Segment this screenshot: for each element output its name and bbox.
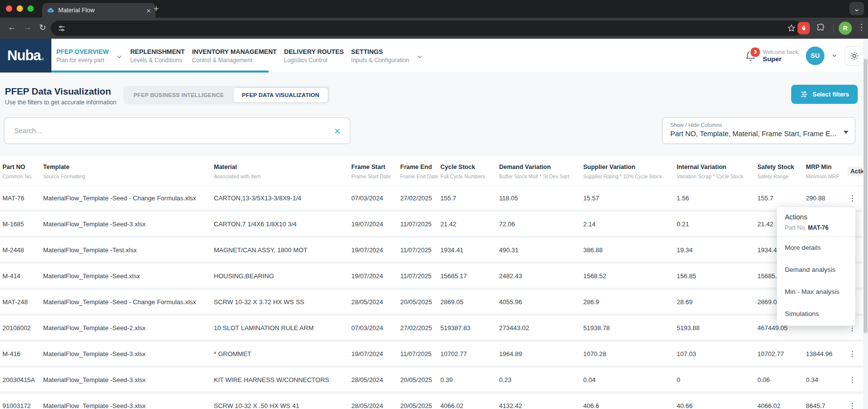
forward-icon[interactable]: → [23,23,32,32]
nav-item-label: PFEP OVERVIEW [56,48,109,55]
menu-item-min-max-analysis[interactable]: Min - Max analysis [777,281,855,303]
column-header-frame-start[interactable]: Frame StartFrame Start Date [351,164,400,180]
nav-item-pfep-overview[interactable]: PFEP OVERVIEWPlan for every part [56,48,109,64]
table-row: 20030415AMaterialFlow_Template -Seed-3.x… [0,368,868,394]
menu-item-simulations[interactable]: Simulations [777,303,855,325]
menu-item-more-details[interactable]: More details [777,237,855,259]
extensions-puzzle-icon[interactable] [816,23,825,32]
column-header-internal-variation[interactable]: Internal VariationVariation Scrap * Cycl… [677,164,757,180]
nav-item-sublabel: Control & Management [192,57,276,64]
nav-item-inventory-management[interactable]: INVENTORY MANAGEMENTControl & Management [192,48,276,64]
cell-part-no: MAT-76 [2,194,43,202]
active-nav-underline [51,71,269,72]
cell-template: MaterialFlow_Template -Seed-3.xlsx [43,350,214,358]
cell-frame-end: 20/05/2025 [400,376,440,384]
column-subtitle: Full Cycle Numbers [440,173,499,179]
window-controls[interactable] [6,5,34,12]
column-header-mrp-min[interactable]: MRP MinMinimum MRP [806,164,847,180]
window-zoom-button[interactable] [27,5,34,12]
tab-search-chevron-icon[interactable]: ⌄ [849,2,864,15]
cell-material: SCRW 10-32 X 3.72 HX WS SS [214,298,351,306]
column-header-material[interactable]: MaterialAssociated with Item [214,164,351,180]
scrollbar-thumb[interactable] [864,59,868,333]
nuba-logo[interactable]: Nuba [0,39,51,72]
view-tab-pfep-business-intelligence[interactable]: PFEP BUSINESS INTELLIGENCE [125,87,233,103]
cell-cycle-stock: 1934.41 [440,246,499,254]
new-tab-button[interactable]: + [154,4,159,14]
row-actions-button[interactable]: ⋮ [847,193,856,203]
row-actions-button[interactable]: ⋮ [847,375,856,385]
nav-item-replenishment[interactable]: REPLENISHMENTLevels & Conditions [130,48,184,64]
cell-safety-stock: 4066.02 [757,402,806,409]
column-subtitle: Common No. [2,173,43,179]
cell-frame-start: 28/05/2024 [351,402,400,409]
cell-supplier-variation: 1070.28 [583,350,677,358]
nav-item-delivery-routes[interactable]: DELIVERY ROUTESLogistics Control [284,48,344,64]
row-actions-button[interactable]: ⋮ [847,349,856,359]
column-header-template[interactable]: TemplateSource Formatting [43,164,214,180]
cell-internal-variation: 107.03 [677,350,757,358]
column-subtitle: Source Formatting [43,173,214,179]
cell-internal-variation: 40.66 [677,402,757,409]
browser-profile-avatar[interactable]: R [839,22,852,35]
cell-internal-variation: 19.34 [677,246,757,254]
theme-toggle-button[interactable] [845,46,864,66]
chevron-down-icon[interactable] [416,53,423,60]
cell-demand-variation: 1964.89 [499,350,583,358]
cell-safety-stock: 0.06 [757,376,806,384]
table-row: 91003172MaterialFlow_Template -Seed-3.xl… [0,394,868,409]
cell-part-no: 20030415A [2,376,43,384]
clear-search-icon[interactable] [334,127,341,135]
menu-item-demand-analysis[interactable]: Demand analysis [777,259,855,281]
cell-internal-variation: 28.69 [677,298,757,306]
adblock-extension-icon[interactable] [798,22,810,34]
window-minimize-button[interactable] [17,5,23,12]
column-header-cycle-stock[interactable]: Cycle StockFull Cycle Numbers [440,164,499,180]
column-header-supplier-variation[interactable]: Supplier VariationSupplier Rating * 10% … [583,164,677,180]
column-subtitle: Minimum MRP [806,173,847,179]
nav-item-sublabel: Plan for every part [56,57,109,64]
main-navigation: PFEP OVERVIEWPlan for every partREPLENIS… [56,39,423,72]
nav-item-settings[interactable]: SETTINGSInputs & Configuration [351,48,410,64]
window-close-button[interactable] [6,5,12,12]
cell-template: MaterialFlow_Template -Seed-3.xlsx [43,220,214,228]
cell-safety-stock: 10702.77 [757,350,806,358]
reload-icon[interactable]: ↻ [39,23,46,33]
address-bar[interactable] [51,21,802,36]
notifications-button[interactable]: 3 [745,50,756,62]
cell-mrp-min: 13844.96 [806,350,847,358]
bookmark-star-icon[interactable] [787,24,796,32]
column-header-frame-end[interactable]: Frame EndFrame End Date [400,164,440,180]
user-menu-chevron-icon[interactable] [831,52,838,59]
cell-internal-variation: 0.21 [677,220,757,228]
view-tab-pfep-data-visualization[interactable]: PFEP DATA VISUALIZATION [233,87,329,103]
tune-icon[interactable] [58,24,66,32]
column-header-safety-stock[interactable]: Safety StockSafety Range [757,164,806,180]
actions-menu-part: Part No. MAT-76 [785,224,847,231]
column-subtitle: Buffer Stock Mult * St Dev Sqrt [499,173,583,179]
user-avatar[interactable]: SU [806,47,824,65]
chevron-down-icon[interactable] [116,53,123,60]
row-actions-button[interactable]: ⋮ [847,401,856,409]
actions-menu-title: Actions [785,213,847,221]
cell-supplier-variation: 406.6 [583,402,677,409]
column-subtitle: Frame End Date [400,173,440,179]
tab-title: Material Flow [58,7,94,14]
column-header-demand-variation[interactable]: Demand VariationBuffer Stock Mult * St D… [499,164,583,180]
column-header-part-no[interactable]: Part NOCommon No. [2,164,43,180]
table-row: MAT-76MaterialFlow_Template -Seed - Chan… [0,186,868,212]
user-name: Super [763,55,799,63]
browser-tab[interactable]: Material Flow × [42,3,156,18]
cell-template: MaterialFlow_Template -Seed.xlsx [43,272,214,280]
search-input[interactable] [13,126,334,135]
tab-close-icon[interactable]: × [146,7,151,14]
scrollbar-track[interactable] [863,39,868,409]
nav-item-label: DELIVERY ROUTES [284,48,344,55]
select-filters-button[interactable]: Select filters [791,85,858,104]
show-hide-columns-dropdown[interactable]: Show / Hide Columns Part NO, Template, M… [662,117,855,144]
cell-demand-variation: 4055.96 [499,298,583,306]
back-icon[interactable]: ← [8,23,16,32]
browser-menu-icon[interactable]: ⋮ [857,22,866,32]
cell-part-no: M-1685 [2,220,43,228]
cell-material: HOUSING,BEARING [214,272,351,280]
